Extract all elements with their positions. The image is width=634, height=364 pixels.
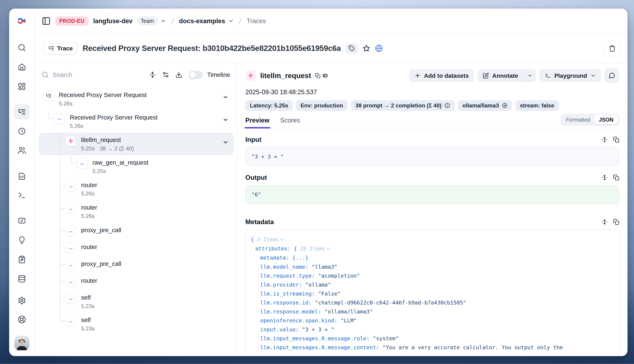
download-icon[interactable] xyxy=(175,71,182,78)
user-avatar[interactable] xyxy=(15,336,29,350)
copy-icon[interactable] xyxy=(613,136,619,143)
chevron-down-icon[interactable] xyxy=(223,139,229,145)
collapse-section-icon[interactable] xyxy=(601,219,608,225)
annotate-dropdown-chevron-icon[interactable] xyxy=(523,69,536,82)
trace-type-chip[interactable]: Trace xyxy=(43,42,78,54)
tree-children: litellm_request 5.25s 38 → 2 (Σ 40) xyxy=(60,133,231,336)
datasets-database-icon[interactable] xyxy=(17,274,27,284)
sidebar-nav xyxy=(17,42,27,284)
tree-row-duration: 5.23s xyxy=(81,303,95,310)
model-badge[interactable]: ollama/llama3 xyxy=(458,100,512,111)
json-item-count[interactable]: 20 Items xyxy=(300,246,325,252)
tree-settings-icon[interactable] xyxy=(162,71,169,78)
settings-gear-icon[interactable] xyxy=(17,295,27,306)
tree-row-span[interactable]: ↔ router xyxy=(60,240,231,257)
sessions-clock-icon[interactable] xyxy=(17,126,27,136)
observation-actions: Add to datasets Annotate Playground xyxy=(409,68,619,83)
input-section-icons xyxy=(601,136,619,143)
token-usage-badge[interactable]: 38 prompt → 2 completion (Σ 40) xyxy=(351,100,455,111)
tree-row-span[interactable]: ↔ self 5.23s xyxy=(60,291,231,313)
collapse-all-icon[interactable] xyxy=(149,71,156,78)
span-icon: ↔ xyxy=(65,259,76,270)
chevron-down-icon[interactable] xyxy=(223,94,229,100)
delete-trace-button[interactable] xyxy=(604,40,620,56)
tab-preview[interactable]: Preview xyxy=(245,117,269,124)
public-globe-icon[interactable] xyxy=(375,44,383,52)
tree-row-span[interactable]: ↔ router xyxy=(60,274,231,290)
plus-circle-icon xyxy=(502,103,508,108)
json-collapsed-object[interactable]: {...} xyxy=(292,255,309,261)
format-formatted-option[interactable]: Formatted xyxy=(562,115,594,124)
tree-row-duration: 5.25s xyxy=(81,145,95,152)
tree-row-generation-selected[interactable]: litellm_request 5.25s 38 → 2 (Σ 40) xyxy=(60,133,231,156)
json-line: attributes{ 20 Items xyxy=(251,244,614,253)
tree-row-span[interactable]: ↔ router 5.26s xyxy=(60,200,231,223)
json-collapse-chevron-icon[interactable] xyxy=(327,246,330,250)
json-line: metadata{...} xyxy=(251,253,614,262)
output-content: "6" xyxy=(245,185,619,204)
tree-children: ↔ raw_gen_ai_request 5.25s xyxy=(71,156,231,178)
tree-row-span[interactable]: ↔ self 5.23s xyxy=(60,313,231,336)
annotate-button[interactable]: Annotate xyxy=(477,69,523,82)
breadcrumb-org[interactable]: langfuse-dev xyxy=(93,18,132,25)
bookmark-star-icon[interactable] xyxy=(363,44,370,52)
sidebar-toggle-icon[interactable] xyxy=(42,16,51,26)
observation-detail-panel: litellm_request ID Add to datasets xyxy=(237,63,627,356)
timeline-toggle[interactable] xyxy=(188,71,202,79)
users-icon[interactable] xyxy=(17,145,27,156)
span-icon: ↔ xyxy=(65,276,76,287)
tree-search[interactable] xyxy=(42,71,143,78)
copy-icon[interactable] xyxy=(613,219,619,225)
tree-row-duration: 5.23s xyxy=(81,326,95,332)
json-line: openinference.span.kind"LLM" xyxy=(251,316,614,325)
tab-scores[interactable]: Scores xyxy=(280,117,300,124)
tree-row-duration: 5.26s xyxy=(81,190,95,197)
comments-button[interactable] xyxy=(604,68,619,83)
tree-row-span[interactable]: ↔ proxy_pre_call xyxy=(60,257,231,274)
tree-row-span[interactable]: ↔ proxy_pre_call xyxy=(60,223,231,240)
breadcrumb-project[interactable]: docs-examples xyxy=(179,18,225,25)
search-input[interactable] xyxy=(53,71,143,78)
tree-row-span[interactable]: ↔ router 5.26s xyxy=(60,178,231,200)
dashboard-icon[interactable] xyxy=(17,81,27,92)
traces-icon[interactable] xyxy=(17,106,27,117)
evaluators-percent-icon[interactable] xyxy=(17,215,27,226)
tree-row-span[interactable]: ↔ raw_gen_ai_request 5.25s xyxy=(71,156,231,178)
llm-judge-lightbulb-icon[interactable] xyxy=(17,235,27,246)
search-icon[interactable] xyxy=(17,42,27,53)
output-section-header: Output xyxy=(245,174,619,181)
support-lifebuoy-icon[interactable] xyxy=(17,314,27,325)
format-json-option[interactable]: JSON xyxy=(594,115,618,124)
json-collapse-chevron-icon[interactable] xyxy=(280,237,284,241)
tree-row-trace-root[interactable]: Received Proxy Server Request 5.26s xyxy=(43,88,231,110)
input-heading: Input xyxy=(245,136,262,144)
collapse-section-icon[interactable] xyxy=(601,174,608,180)
json-item-count[interactable]: 3 Items xyxy=(257,236,279,242)
home-icon[interactable] xyxy=(17,62,27,72)
tree-row-span[interactable]: ↔ Received Proxy Server Request 5.26s xyxy=(49,110,231,133)
org-switcher-chevron-icon[interactable] xyxy=(160,18,166,24)
prompts-file-code-icon[interactable] xyxy=(17,170,27,181)
trace-title-bar: Trace Received Proxy Server Request: b30… xyxy=(35,34,627,63)
project-switcher-chevron-icon[interactable] xyxy=(228,18,234,24)
playground-button[interactable]: Playground xyxy=(539,69,601,82)
json-line: llm.is_streaming"False" xyxy=(251,289,614,298)
json-key: metadata xyxy=(260,255,292,261)
tabs-row: Preview Scores Formatted JSON xyxy=(245,117,619,128)
tree-connector-line xyxy=(60,132,61,156)
copy-id-button[interactable]: ID xyxy=(315,73,328,79)
tree-row-label: proxy_pre_call xyxy=(81,260,121,267)
tree-children: ↔ Received Proxy Server Request 5.26s xyxy=(49,110,231,336)
json-value: "chatcmpl-d96622c0-c642-446f-b9ad-b7a430… xyxy=(315,300,466,306)
json-key: llm.response.id xyxy=(260,300,315,306)
breadcrumb-section[interactable]: Traces xyxy=(247,18,266,25)
tag-icon[interactable] xyxy=(346,43,358,54)
json-value: "You are a very accurate calculator. You… xyxy=(382,344,563,350)
annotation-clipboard-icon[interactable] xyxy=(17,254,27,265)
chevron-down-icon[interactable] xyxy=(223,117,229,123)
copy-icon[interactable] xyxy=(613,174,619,180)
playground-terminal-icon[interactable] xyxy=(17,190,27,200)
collapse-section-icon[interactable] xyxy=(601,136,608,143)
span-icon: ↔ xyxy=(54,113,65,124)
add-to-datasets-button[interactable]: Add to datasets xyxy=(409,69,474,82)
